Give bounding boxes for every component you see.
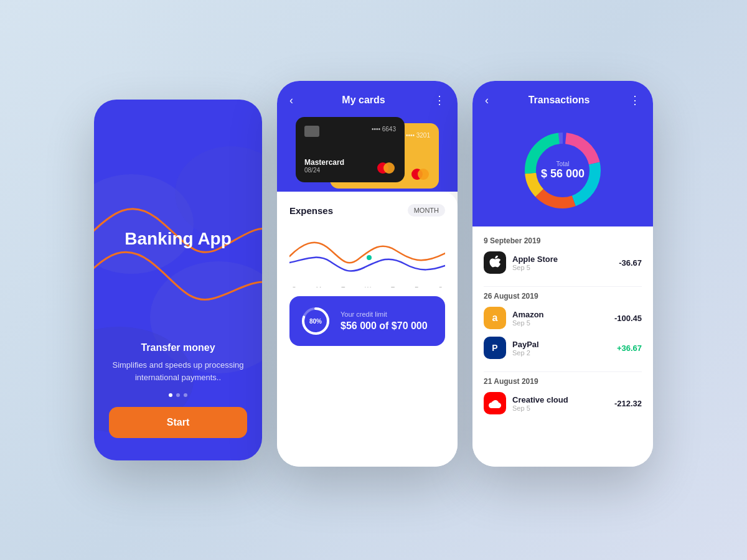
section-date-3: 21 August 2019 [484,377,642,386]
apple-store-date: Sep 5 [512,264,558,271]
phone1-middle: Banking App [125,229,232,249]
credit-percent: 80% [309,318,322,325]
cards-header: ‹ My cards ⋮ •••• 3201 Mastercard 05/12 [277,81,458,192]
onboarding-subtitle: Transfer money Simplifies and speeds up … [109,340,247,383]
credit-limit-banner: 80% Your credit limit $56 000 of $70 000 [289,296,445,346]
amazon-date: Sep 5 [512,319,544,327]
apple-store-details: Apple Store Sep 5 [512,254,558,271]
amazon-name: Amazon [512,310,544,319]
transaction-amazon-left: a Amazon Sep 5 [484,307,544,329]
phone-transactions: ‹ Transactions ⋮ [472,81,653,467]
transactions-title: Transactions [529,95,590,106]
creative-cloud-icon [484,392,506,414]
dot-2 [176,393,180,397]
amazon-details: Amazon Sep 5 [512,310,544,327]
dot-1 [169,393,172,397]
dot-3 [184,393,187,397]
label-s1: S [292,286,296,287]
phone-cards: ‹ My cards ⋮ •••• 3201 Mastercard 05/12 [277,81,458,467]
creative-cloud-name: Creative cloud [512,395,568,404]
mc-orange-black [383,162,395,174]
transactions-nav: ‹ Transactions ⋮ [485,93,641,107]
label-w: W [365,286,370,287]
start-button[interactable]: Start [109,407,247,438]
phone1-content: Banking App Transfer money Simplifies an… [109,137,247,438]
phone1-bottom: Transfer money Simplifies and speeds up … [109,340,247,438]
card-black-number: •••• 6643 [372,126,396,133]
label-f: F [415,286,418,287]
page-dots [169,393,187,397]
card-black-bottom: Mastercard 08/24 [304,158,396,174]
cards-body: Expenses MONTH S M T W T [277,192,458,467]
paypal-icon: P [484,337,506,359]
cards-title: My cards [342,95,385,106]
credit-progress-ring: 80% [299,305,332,337]
transaction-creative: Creative cloud Sep 5 -212.32 [484,392,642,414]
credit-info: Your credit limit $56 000 of $70 000 [341,310,428,332]
apple-store-name: Apple Store [512,254,558,264]
transaction-amazon: a Amazon Sep 5 -100.45 [484,307,642,329]
mc-orange-gold [418,169,429,180]
donut-amount: $ 56 000 [541,167,585,180]
transactions-header: ‹ Transactions ⋮ [472,81,653,226]
card-black[interactable]: •••• 6643 Mastercard 08/24 [296,117,405,182]
transfer-title: Transfer money [109,340,247,355]
section-date-2: 26 August 2019 [484,292,642,301]
transaction-apple: Apple Store Sep 5 -36.67 [484,251,642,274]
mastercard-logo-gold [411,169,430,180]
mastercard-logo-black [377,162,396,174]
phone-onboarding: Banking App Transfer money Simplifies an… [94,100,262,460]
donut-center: Total $ 56 000 [541,161,585,180]
back-button-tx[interactable]: ‹ [485,94,489,107]
divider-2 [484,371,642,372]
expenses-header: Expenses MONTH [289,204,445,217]
app-title: Banking App [125,229,232,249]
label-m: M [316,286,321,287]
credit-amount: $56 000 of $70 000 [341,320,428,332]
card-gold-number: •••• 3201 [406,132,430,139]
expenses-title: Expenses [289,205,333,216]
apple-store-icon [484,251,506,274]
transaction-paypal-left: P PayPal Sep 2 [484,337,539,359]
amazon-icon: a [484,307,506,329]
paypal-amount: +36.67 [617,343,642,353]
card-black-brand: Mastercard [304,158,344,167]
label-t2: T [391,286,395,287]
apple-store-amount: -36.67 [619,258,642,268]
chart-labels: S M T W T F S [289,286,445,287]
paypal-details: PayPal Sep 2 [512,340,539,357]
creative-cloud-date: Sep 5 [512,404,568,412]
label-t1: T [341,286,345,287]
creative-cloud-amount: -212.32 [614,399,642,408]
cards-stack: •••• 3201 Mastercard 05/12 [289,117,445,198]
card-chip-black [304,126,319,137]
month-selector[interactable]: MONTH [408,204,445,217]
expenses-chart: S M T W T F S [289,225,445,287]
paypal-date: Sep 2 [512,349,539,357]
transaction-creative-left: Creative cloud Sep 5 [484,392,568,414]
cards-nav: ‹ My cards ⋮ [289,93,445,107]
donut-label: Total [541,161,585,167]
phones-container: Banking App Transfer money Simplifies an… [94,93,653,467]
svg-point-4 [366,254,372,261]
section-date-1: 9 Septeber 2019 [484,236,642,245]
transaction-apple-left: Apple Store Sep 5 [484,251,558,274]
transaction-paypal: P PayPal Sep 2 +36.67 [484,337,642,359]
back-button[interactable]: ‹ [289,94,293,107]
credit-label: Your credit limit [341,310,428,318]
label-s2: S [438,286,443,287]
card-black-expiry: 08/24 [304,167,344,174]
transfer-desc: Simplifies and speeds up processing inte… [112,360,243,382]
amazon-amount: -100.45 [614,314,642,323]
divider-1 [484,286,642,287]
creative-cloud-details: Creative cloud Sep 5 [512,395,568,412]
donut-chart-container: Total $ 56 000 [485,117,641,226]
menu-button[interactable]: ⋮ [434,93,445,107]
paypal-name: PayPal [512,340,539,349]
menu-button-tx[interactable]: ⋮ [629,93,641,107]
transactions-body: 9 Septeber 2019 Apple Store Sep 5 -36.67 [472,226,653,467]
